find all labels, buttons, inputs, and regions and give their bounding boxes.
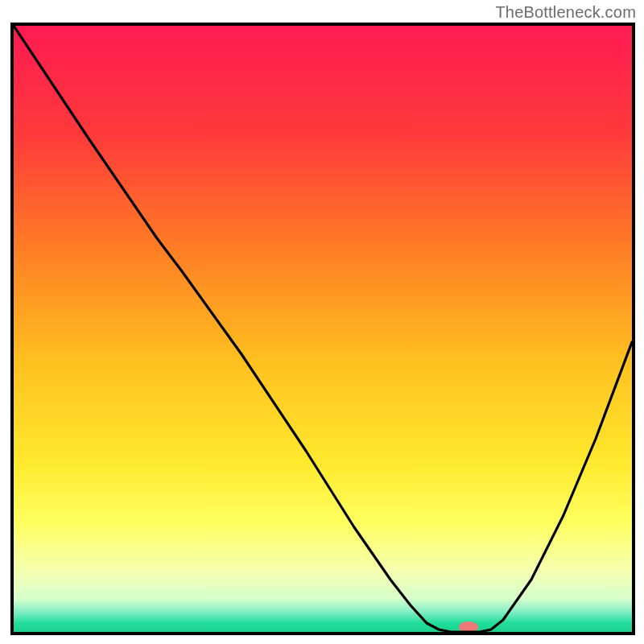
chart-frame [10, 23, 635, 635]
chart-container: TheBottleneck.com [0, 0, 644, 644]
